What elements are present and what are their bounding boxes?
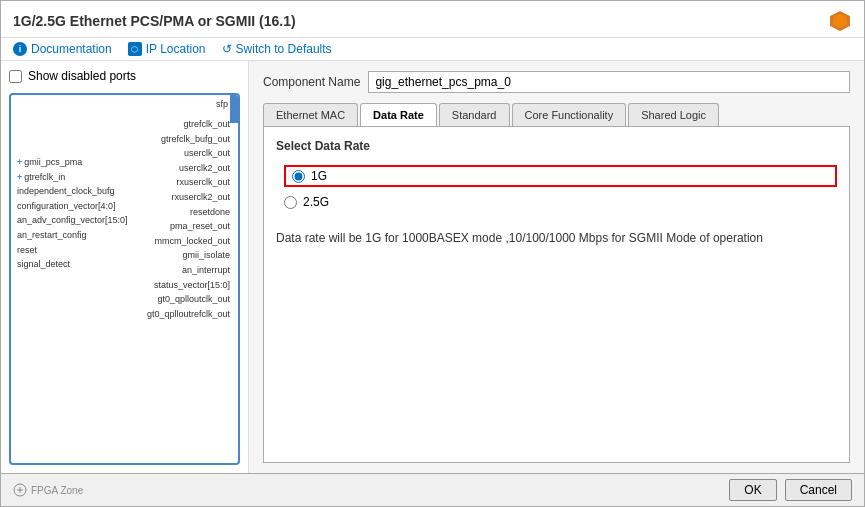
tabs: Ethernet MAC Data Rate Standard Core Fun…: [263, 103, 850, 127]
window-title: 1G/2.5G Ethernet PCS/PMA or SGMII (16.1): [13, 13, 296, 29]
port-label-reset: reset: [17, 244, 37, 257]
show-disabled-label: Show disabled ports: [28, 69, 136, 83]
port-list-right: gtrefclk_out gtrefclk_bufg_out userclk_o…: [143, 113, 234, 463]
port-label-signal-detect: signal_detect: [17, 258, 70, 271]
port-an-adv: an_adv_config_vector[15:0]: [13, 213, 132, 228]
port-userclk-out: userclk_out: [143, 146, 234, 161]
port-gmii-isolate: gmii_isolate: [143, 248, 234, 263]
ok-button[interactable]: OK: [729, 479, 776, 501]
port-status-vector: status_vector[15:0]: [143, 278, 234, 293]
brand-text: FPGA Zone: [31, 485, 83, 496]
port-resetdone: resetdone: [143, 205, 234, 220]
diagram-inner: sfp gtrefclk_out gtrefclk_bufg_out userc…: [11, 95, 238, 463]
port-gtrefclk-bufg-out: gtrefclk_bufg_out: [143, 132, 234, 147]
info-text: Data rate will be 1G for 1000BASEX mode …: [276, 229, 837, 247]
port-label-indep-clk: independent_clock_bufg: [17, 185, 115, 198]
cancel-button[interactable]: Cancel: [785, 479, 852, 501]
content-area: Show disabled ports sfp gtrefclk_out gtr…: [1, 61, 864, 473]
xilinx-logo-area: [828, 9, 852, 33]
info-icon: i: [13, 42, 27, 56]
port-an-interrupt: an_interrupt: [143, 263, 234, 278]
show-disabled-row: Show disabled ports: [9, 69, 240, 83]
radio-option-2-5g: 2.5G: [284, 195, 837, 209]
radio-1g[interactable]: [292, 170, 305, 183]
component-name-row: Component Name: [263, 71, 850, 93]
tab-ethernet-mac[interactable]: Ethernet MAC: [263, 103, 358, 126]
radio-option-1g: 1G: [284, 165, 837, 187]
port-label-config-vector: configuration_vector[4:0]: [17, 200, 116, 213]
component-name-input[interactable]: [368, 71, 850, 93]
main-window: 1G/2.5G Ethernet PCS/PMA or SGMII (16.1)…: [0, 0, 865, 507]
ip-icon: ⬡: [128, 42, 142, 56]
port-an-restart: an_restart_config: [13, 228, 132, 243]
documentation-label: Documentation: [31, 42, 112, 56]
port-userclk2-out: userclk2_out: [143, 161, 234, 176]
title-bar: 1G/2.5G Ethernet PCS/PMA or SGMII (16.1): [1, 1, 864, 38]
port-indep-clk: independent_clock_bufg: [13, 184, 132, 199]
port-rxuserclk2-out: rxuserclk2_out: [143, 190, 234, 205]
show-disabled-checkbox[interactable]: [9, 70, 22, 83]
port-label-an-restart: an_restart_config: [17, 229, 87, 242]
component-diagram: sfp gtrefclk_out gtrefclk_bufg_out userc…: [9, 93, 240, 465]
radio-1g-label: 1G: [311, 169, 327, 183]
port-sfp: sfp: [216, 99, 228, 109]
tab-core-functionality[interactable]: Core Functionality: [512, 103, 627, 126]
port-gtrefclk-out: gtrefclk_out: [143, 117, 234, 132]
port-gmii-pcs-pma: + gmii_pcs_pma: [13, 155, 132, 170]
brand-logo-icon: [13, 483, 27, 497]
port-mmcm-locked-out: mmcm_locked_out: [143, 234, 234, 249]
switch-defaults-link[interactable]: ↺ Switch to Defaults: [222, 42, 332, 56]
ip-location-label: IP Location: [146, 42, 206, 56]
documentation-link[interactable]: i Documentation: [13, 42, 112, 56]
refresh-icon: ↺: [222, 42, 232, 56]
radio-2-5g-label: 2.5G: [303, 195, 329, 209]
port-signal-detect: signal_detect: [13, 257, 132, 272]
expand-icon-gtrefclk[interactable]: +: [17, 171, 22, 184]
port-gt0-qplloutrefclk: gt0_qplloutrefclk_out: [143, 307, 234, 322]
port-rxuserclk-out: rxuserclk_out: [143, 175, 234, 190]
port-label-gmii: gmii_pcs_pma: [24, 156, 82, 169]
port-reset: reset: [13, 243, 132, 258]
switch-defaults-label: Switch to Defaults: [236, 42, 332, 56]
toolbar: i Documentation ⬡ IP Location ↺ Switch t…: [1, 38, 864, 61]
port-list-left: + gmii_pcs_pma + gtrefclk_in independent…: [13, 155, 132, 272]
port-config-vector: configuration_vector[4:0]: [13, 199, 132, 214]
footer: FPGA Zone OK Cancel: [1, 473, 864, 506]
port-label-gtrefclk: gtrefclk_in: [24, 171, 65, 184]
footer-brand: FPGA Zone: [13, 483, 83, 497]
port-gtrefclk-in: + gtrefclk_in: [13, 170, 132, 185]
right-panel: Component Name Ethernet MAC Data Rate St…: [249, 61, 864, 473]
ip-location-link[interactable]: ⬡ IP Location: [128, 42, 206, 56]
tab-shared-logic[interactable]: Shared Logic: [628, 103, 719, 126]
component-name-label: Component Name: [263, 75, 360, 89]
port-pma-reset-out: pma_reset_out: [143, 219, 234, 234]
port-label-an-adv: an_adv_config_vector[15:0]: [17, 214, 128, 227]
tab-content-data-rate: Select Data Rate 1G 2.5G Data rate will …: [263, 127, 850, 463]
tab-standard[interactable]: Standard: [439, 103, 510, 126]
port-gt0-qplloutclk: gt0_qplloutclk_out: [143, 292, 234, 307]
radio-group: 1G 2.5G: [284, 165, 837, 209]
radio-2-5g[interactable]: [284, 196, 297, 209]
left-panel: Show disabled ports sfp gtrefclk_out gtr…: [1, 61, 249, 473]
section-title: Select Data Rate: [276, 139, 837, 153]
expand-icon-gmii[interactable]: +: [17, 156, 22, 169]
tab-data-rate[interactable]: Data Rate: [360, 103, 437, 126]
